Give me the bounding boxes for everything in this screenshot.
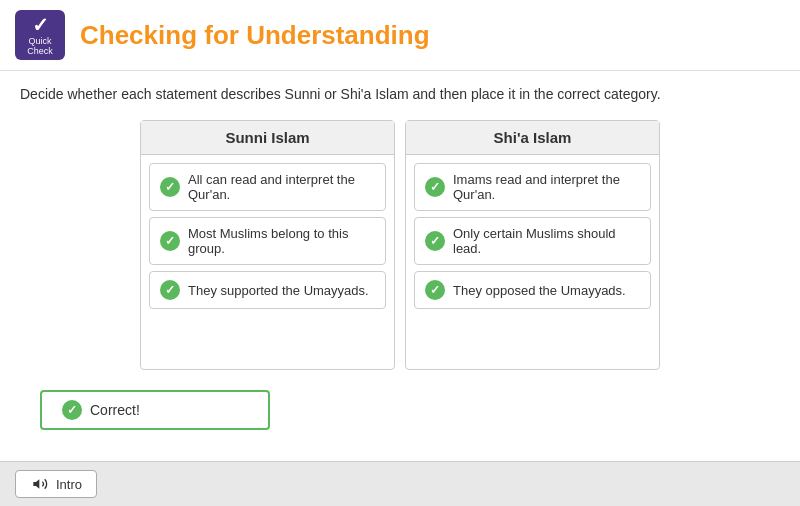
check-icon bbox=[425, 280, 445, 300]
list-item: Imams read and interpret the Qur'an. bbox=[414, 163, 651, 211]
item-text: All can read and interpret the Qur'an. bbox=[188, 172, 375, 202]
correct-button[interactable]: Correct! bbox=[40, 390, 270, 430]
list-item: They opposed the Umayyads. bbox=[414, 271, 651, 309]
item-text: They opposed the Umayyads. bbox=[453, 283, 626, 298]
list-item: They supported the Umayyads. bbox=[149, 271, 386, 309]
footer: Intro bbox=[0, 461, 800, 506]
correct-check-icon bbox=[62, 400, 82, 420]
list-item: Most Muslims belong to this group. bbox=[149, 217, 386, 265]
item-text: Imams read and interpret the Qur'an. bbox=[453, 172, 640, 202]
shia-items: Imams read and interpret the Qur'an. Onl… bbox=[406, 155, 659, 317]
intro-button[interactable]: Intro bbox=[15, 470, 97, 498]
correct-label: Correct! bbox=[90, 402, 140, 418]
logo-text: QuickCheck bbox=[27, 37, 53, 57]
item-text: They supported the Umayyads. bbox=[188, 283, 369, 298]
instructions-text: Decide whether each statement describes … bbox=[20, 86, 780, 102]
page-title: Checking for Understanding bbox=[80, 20, 430, 51]
item-text: Most Muslims belong to this group. bbox=[188, 226, 375, 256]
list-item: All can read and interpret the Qur'an. bbox=[149, 163, 386, 211]
logo-checkmark: ✓ bbox=[32, 13, 49, 37]
check-icon bbox=[160, 280, 180, 300]
item-text: Only certain Muslims should lead. bbox=[453, 226, 640, 256]
categories-container: Sunni Islam All can read and interpret t… bbox=[20, 120, 780, 370]
intro-label: Intro bbox=[56, 477, 82, 492]
header: ✓ QuickCheck Checking for Understanding bbox=[0, 0, 800, 71]
check-icon bbox=[425, 231, 445, 251]
speaker-icon bbox=[30, 476, 50, 492]
logo: ✓ QuickCheck bbox=[15, 10, 65, 60]
shia-category: Shi'a Islam Imams read and interpret the… bbox=[405, 120, 660, 370]
list-item: Only certain Muslims should lead. bbox=[414, 217, 651, 265]
shia-header: Shi'a Islam bbox=[406, 121, 659, 155]
check-icon bbox=[425, 177, 445, 197]
sunni-items: All can read and interpret the Qur'an. M… bbox=[141, 155, 394, 317]
svg-marker-0 bbox=[33, 479, 39, 488]
check-icon bbox=[160, 177, 180, 197]
sunni-header: Sunni Islam bbox=[141, 121, 394, 155]
check-icon bbox=[160, 231, 180, 251]
content-area: Decide whether each statement describes … bbox=[0, 71, 800, 445]
sunni-category: Sunni Islam All can read and interpret t… bbox=[140, 120, 395, 370]
